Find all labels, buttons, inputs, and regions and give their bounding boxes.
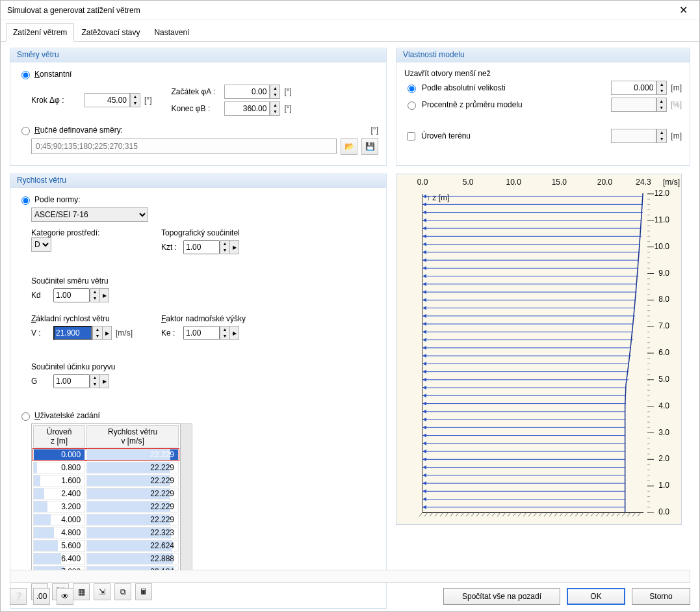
spin-kzt[interactable]: ▲▼ <box>220 240 230 254</box>
spin-krok[interactable]: ▲▼ <box>130 93 140 107</box>
svg-marker-122 <box>422 410 426 414</box>
input-rucne-smery[interactable] <box>31 139 337 154</box>
unit-pct: [%] <box>671 100 682 109</box>
svg-line-212 <box>596 512 599 516</box>
radio-uzivatelske[interactable] <box>21 412 30 421</box>
play-v-icon[interactable]: ▶ <box>103 326 112 340</box>
svg-text:12.0: 12.0 <box>655 189 670 198</box>
table-row[interactable]: 0.00022.229 <box>33 449 179 460</box>
table-row[interactable]: 6.40022.888 <box>33 553 179 565</box>
table-scrollbar[interactable] <box>181 423 192 579</box>
svg-marker-128 <box>422 386 426 390</box>
svg-line-205 <box>560 512 563 516</box>
svg-marker-108 <box>422 466 426 470</box>
svg-marker-174 <box>422 202 426 206</box>
radio-konstantni[interactable] <box>21 71 30 79</box>
input-zacatek[interactable] <box>224 85 270 99</box>
input-uroven-terenu <box>611 129 656 143</box>
sym-ke: Ke : <box>161 328 179 338</box>
select-norma[interactable]: ASCE/SEI 7-16 <box>31 207 148 222</box>
radio-absolutni[interactable] <box>408 85 416 93</box>
col-v: Rychlost větruv [m/s] <box>86 425 179 447</box>
table-row[interactable]: 4.00022.229 <box>33 514 179 526</box>
svg-text:1.0: 1.0 <box>658 481 669 490</box>
svg-line-220 <box>638 512 641 516</box>
play-kzt-icon[interactable]: ▶ <box>230 240 239 254</box>
svg-marker-164 <box>422 243 426 246</box>
table-row[interactable]: 3.20022.229 <box>33 501 179 512</box>
svg-line-213 <box>601 512 604 516</box>
svg-line-179 <box>424 512 428 516</box>
input-g[interactable] <box>53 374 90 388</box>
help-icon[interactable]: ❔ <box>10 588 27 605</box>
svg-line-200 <box>534 512 537 516</box>
unit-ms: [m/s] <box>116 328 133 338</box>
svg-text:10.0: 10.0 <box>655 242 670 251</box>
sym-kzt: Kzt : <box>161 243 179 252</box>
input-kd[interactable] <box>53 288 90 302</box>
unit-deg: [°] <box>144 96 151 105</box>
group-smery-vetru: Směry větru Konstantní Krok Δφ : ▲▼ [°] <box>10 48 387 166</box>
input-ke[interactable] <box>183 326 220 340</box>
svg-text:6.0: 6.0 <box>658 348 669 357</box>
label-konstantni: Konstantní <box>34 70 71 79</box>
radio-rucne[interactable] <box>21 127 30 135</box>
tab-stavy[interactable]: Zatěžovací stavy <box>74 23 147 42</box>
spin-absolutni[interactable]: ▲▼ <box>656 81 667 95</box>
svg-text:10.0: 10.0 <box>506 178 522 187</box>
svg-line-199 <box>528 512 532 516</box>
input-v[interactable] <box>53 326 92 340</box>
spin-kd[interactable]: ▲▼ <box>90 288 100 302</box>
svg-marker-158 <box>422 266 426 270</box>
close-icon[interactable]: ✕ <box>674 4 693 16</box>
label-krok: Krok Δφ : <box>31 96 81 105</box>
spin-v[interactable]: ▲▼ <box>92 326 103 340</box>
svg-marker-104 <box>422 481 426 485</box>
play-kd-icon[interactable]: ▶ <box>100 288 109 302</box>
svg-marker-138 <box>422 346 426 350</box>
svg-line-202 <box>544 512 547 516</box>
cancel-button[interactable]: Storno <box>632 588 690 605</box>
spin-konec[interactable]: ▲▼ <box>270 101 280 116</box>
select-kategorie[interactable]: D <box>31 237 51 252</box>
label-norma: Podle normy: <box>34 195 81 204</box>
input-konec[interactable] <box>224 101 270 116</box>
svg-line-194 <box>502 512 506 516</box>
check-uroven-terenu[interactable] <box>407 132 415 140</box>
svg-marker-156 <box>422 274 426 278</box>
svg-text:11.0: 11.0 <box>655 215 670 224</box>
save-icon[interactable]: 💾 <box>361 138 378 155</box>
label-zrv: Základní rychlost větru <box>31 314 142 323</box>
tab-zatizeni[interactable]: Zatížení větrem <box>6 23 74 42</box>
table-row[interactable]: 5.60022.624 <box>33 540 179 552</box>
spin-zacatek[interactable]: ▲▼ <box>270 85 280 99</box>
radio-procentne[interactable] <box>408 101 416 110</box>
table-row[interactable]: 1.60022.229 <box>33 475 179 486</box>
input-kzt[interactable] <box>183 240 220 254</box>
play-ke-icon[interactable]: ▶ <box>230 326 239 340</box>
open-icon[interactable]: 📂 <box>341 138 357 155</box>
spin-g[interactable]: ▲▼ <box>90 374 100 388</box>
svg-line-178 <box>419 512 422 516</box>
compute-button[interactable]: Spočítat vše na pozadí <box>443 588 560 605</box>
ok-button[interactable]: OK <box>567 588 625 605</box>
table-row[interactable]: 2.40022.229 <box>33 488 179 499</box>
view-icon[interactable]: 👁 <box>57 588 73 605</box>
svg-line-210 <box>586 512 589 516</box>
svg-text:8.0: 8.0 <box>658 295 669 304</box>
label-zacatek: Začátek φA : <box>171 87 220 96</box>
svg-line-182 <box>440 512 443 516</box>
svg-line-192 <box>492 512 495 516</box>
table-row[interactable]: 4.80022.323 <box>33 527 179 539</box>
tab-nastaveni[interactable]: Nastavení <box>147 23 196 42</box>
table-profile[interactable]: Úroveňz [m] Rychlost větruv [m/s] 0.0002… <box>31 423 181 579</box>
input-krok[interactable] <box>84 93 130 107</box>
radio-norma[interactable] <box>21 196 30 205</box>
svg-marker-116 <box>422 434 426 438</box>
table-row[interactable]: 0.80022.229 <box>33 462 179 473</box>
input-absolutni[interactable] <box>611 81 656 95</box>
units-icon[interactable]: .00 <box>33 588 50 605</box>
label-uroven-terenu: Úroveň terénu <box>421 131 607 140</box>
spin-ke[interactable]: ▲▼ <box>220 326 230 340</box>
play-g-icon[interactable]: ▶ <box>100 374 109 388</box>
